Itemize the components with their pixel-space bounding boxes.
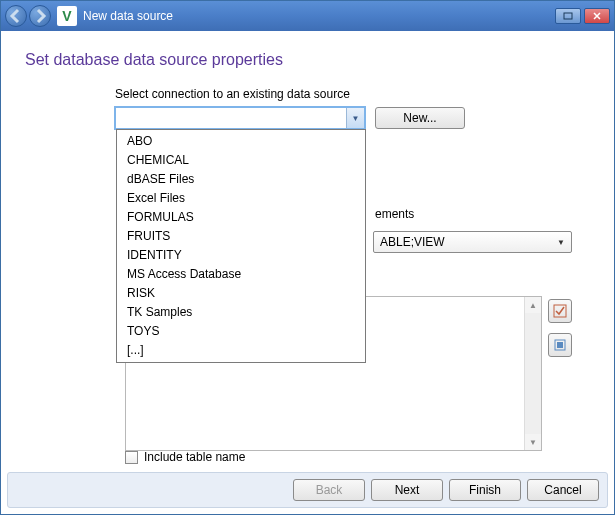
content-area: Set database data source properties Sele…: [1, 31, 614, 470]
app-icon: V: [57, 6, 77, 26]
connection-label: Select connection to an existing data so…: [115, 87, 590, 101]
nav-back-button[interactable]: [5, 5, 27, 27]
partial-label: ements: [375, 207, 414, 221]
dropdown-option[interactable]: TK Samples: [117, 303, 365, 322]
maximize-icon: [563, 11, 573, 21]
include-table-row: Include table name: [125, 450, 245, 464]
connection-dropdown-list: ABO CHEMICAL dBASE Files Excel Files FOR…: [116, 129, 366, 363]
dropdown-option[interactable]: FRUITS: [117, 227, 365, 246]
close-icon: [592, 11, 602, 21]
cancel-button[interactable]: Cancel: [527, 479, 599, 501]
deselect-all-button[interactable]: [548, 333, 572, 357]
dropdown-option[interactable]: RISK: [117, 284, 365, 303]
include-table-label: Include table name: [144, 450, 245, 464]
dialog-window: V New data source Set database data sour…: [0, 0, 615, 515]
dropdown-option[interactable]: IDENTITY: [117, 246, 365, 265]
connection-dropdown[interactable]: ▼ ABO CHEMICAL dBASE Files Excel Files F…: [115, 107, 365, 129]
dropdown-option[interactable]: dBASE Files: [117, 170, 365, 189]
type-dropdown[interactable]: ABLE;VIEW ▼: [373, 231, 572, 253]
footer-bar: Back Next Finish Cancel: [7, 472, 608, 508]
page-heading: Set database data source properties: [25, 51, 590, 69]
arrow-right-icon: [30, 6, 50, 26]
type-value: ABLE;VIEW: [380, 235, 445, 249]
dropdown-option[interactable]: TOYS: [117, 322, 365, 341]
dropdown-option[interactable]: CHEMICAL: [117, 151, 365, 170]
chevron-down-icon: ▼: [557, 238, 565, 247]
dropdown-option[interactable]: FORMULAS: [117, 208, 365, 227]
include-table-checkbox[interactable]: [125, 451, 138, 464]
scroll-down-icon[interactable]: ▼: [525, 434, 541, 450]
scrollbar[interactable]: ▲ ▼: [524, 297, 541, 450]
maximize-button[interactable]: [555, 8, 581, 24]
nav-forward-button[interactable]: [29, 5, 51, 27]
title-bar: V New data source: [1, 1, 614, 31]
svg-rect-1: [554, 305, 566, 317]
dropdown-option[interactable]: [...]: [117, 341, 365, 360]
svg-rect-0: [564, 13, 572, 19]
close-button[interactable]: [584, 8, 610, 24]
checklist-icon: [553, 304, 567, 318]
dropdown-option[interactable]: MS Access Database: [117, 265, 365, 284]
new-connection-button[interactable]: New...: [375, 107, 465, 129]
next-button[interactable]: Next: [371, 479, 443, 501]
window-title: New data source: [83, 9, 555, 23]
arrow-left-icon: [6, 6, 26, 26]
back-button[interactable]: Back: [293, 479, 365, 501]
select-all-button[interactable]: [548, 299, 572, 323]
scroll-up-icon[interactable]: ▲: [525, 297, 541, 313]
finish-button[interactable]: Finish: [449, 479, 521, 501]
chevron-down-icon: ▼: [346, 108, 364, 128]
svg-rect-3: [557, 342, 563, 348]
dropdown-option[interactable]: ABO: [117, 132, 365, 151]
scroll-track[interactable]: [525, 313, 541, 434]
empty-box-icon: [553, 338, 567, 352]
dropdown-option[interactable]: Excel Files: [117, 189, 365, 208]
